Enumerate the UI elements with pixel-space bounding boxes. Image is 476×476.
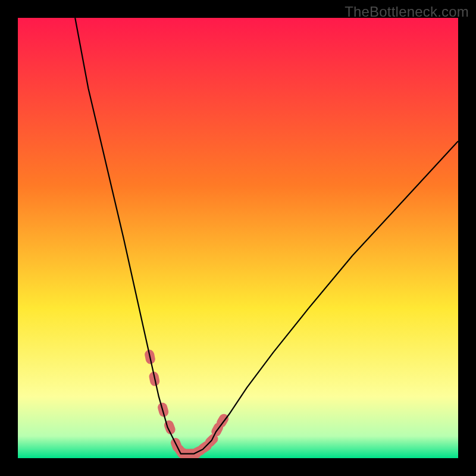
- chart-frame: TheBottleneck.com: [0, 0, 476, 476]
- watermark-text: TheBottleneck.com: [345, 4, 469, 20]
- plot-area: [18, 18, 458, 458]
- chart-svg: [18, 18, 458, 458]
- gradient-background: [18, 18, 458, 458]
